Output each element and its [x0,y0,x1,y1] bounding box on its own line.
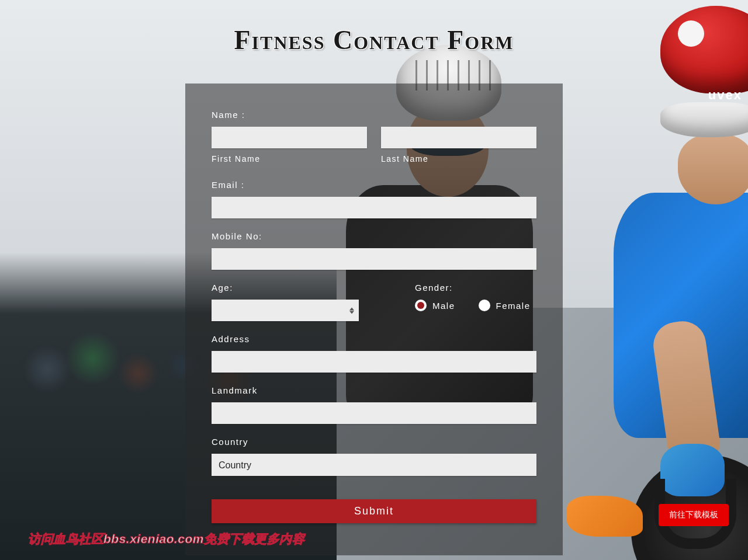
cyclist-right: uvex [583,0,748,560]
first-name-input[interactable] [212,127,367,148]
gender-male-label: Male [432,301,455,311]
email-label: Email : [212,180,536,190]
mobile-input[interactable] [212,248,536,270]
country-label: Country [212,437,536,447]
email-input[interactable] [212,197,536,218]
country-select[interactable]: Country [212,454,536,476]
age-stepper-icon[interactable] [349,307,354,314]
page-title: Fitness Contact Form [0,0,748,55]
address-input[interactable] [212,351,536,373]
last-name-input[interactable] [381,127,536,148]
submit-button[interactable]: Submit [212,499,536,523]
age-input[interactable] [212,300,359,321]
gender-female-radio[interactable]: Female [479,300,531,311]
contact-form-card: Name : First Name Last Name Email : Mobi… [185,84,563,555]
landmark-label: Landmark [212,385,536,395]
download-template-button[interactable]: 前往下载模板 [659,504,729,526]
helmet-brand-text: uvex [708,88,742,103]
address-label: Address [212,334,536,344]
name-label: Name : [212,110,536,120]
radio-icon [479,300,490,311]
age-label: Age: [212,283,359,293]
watermark-text: 访问血鸟社区bbs.xieniao.com免费下载更多内容 [28,531,304,547]
gender-female-label: Female [496,301,531,311]
mobile-label: Mobile No: [212,231,536,241]
gender-label: Gender: [415,283,536,293]
last-name-sublabel: Last Name [381,154,536,164]
first-name-sublabel: First Name [212,154,367,164]
gender-male-radio[interactable]: Male [415,300,455,311]
landmark-input[interactable] [212,402,536,424]
radio-icon [415,300,427,311]
